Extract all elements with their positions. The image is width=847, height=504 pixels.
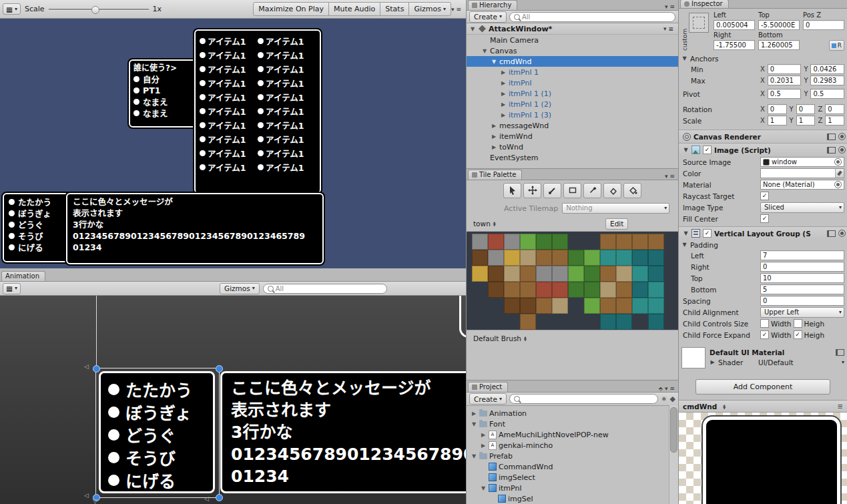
scale-x-field[interactable]: 1 <box>768 115 787 125</box>
command-option-item[interactable]: ぼうぎょ <box>108 401 213 423</box>
tile-swatch[interactable] <box>504 266 520 282</box>
tab-inspector[interactable]: Inspector <box>680 0 729 8</box>
expander-icon[interactable]: ▶ <box>491 123 497 129</box>
search-by-label-icon[interactable]: ◆ <box>670 395 675 403</box>
create-button[interactable]: Create▾ <box>469 393 507 405</box>
item-entry[interactable]: アイテム1 <box>200 147 258 160</box>
rotation-z-field[interactable]: 0 <box>825 104 844 114</box>
command-option-item[interactable]: にげる <box>108 469 213 491</box>
hierarchy-item-itmpnl-1[interactable]: ▶itmPnl 1 <box>467 67 678 77</box>
item-entry[interactable]: アイテム1 <box>200 63 258 75</box>
preview-header[interactable]: cmdWnd ▲▼ ≡ <box>679 400 847 413</box>
resize-handle-icon[interactable] <box>216 494 223 501</box>
hierarchy-item-eventsystem[interactable]: EventSystem <box>467 152 678 163</box>
scene-gizmos-dropdown[interactable]: Gizmos▾ <box>220 283 260 294</box>
component-enabled-checkbox[interactable] <box>703 229 712 238</box>
material-field[interactable]: None (Material) <box>760 180 844 190</box>
anchor-preset-button[interactable]: custom <box>681 11 711 51</box>
panel-menu[interactable]: ▾≡ <box>665 173 677 180</box>
tile-swatch[interactable] <box>552 282 568 298</box>
tile-swatch[interactable] <box>632 234 648 250</box>
command-option-item[interactable]: にげる <box>9 242 70 253</box>
panel-menu[interactable]: ▾≡ <box>665 3 677 10</box>
scale-slider[interactable] <box>49 5 149 14</box>
tile-swatch[interactable] <box>648 282 664 298</box>
foldout-arrow-icon[interactable]: ▼ <box>683 230 689 236</box>
picker-tool-button[interactable] <box>583 183 601 198</box>
expander-icon[interactable]: ▼ <box>469 26 476 32</box>
who-option-item[interactable]: なまえ <box>133 107 199 119</box>
expander-icon[interactable]: ▶ <box>491 134 497 140</box>
command-option-item[interactable]: ぼうぎょ <box>9 208 70 219</box>
help-icon[interactable] <box>827 134 836 140</box>
item-entry[interactable]: アイテム1 <box>258 133 316 146</box>
help-icon[interactable] <box>836 349 844 356</box>
tile-swatch[interactable] <box>504 282 520 298</box>
tile-swatch[interactable] <box>600 298 616 314</box>
tile-swatch[interactable] <box>568 266 584 282</box>
controls-width-checkbox[interactable] <box>760 319 769 328</box>
tile-swatch[interactable] <box>520 250 536 266</box>
add-component-button[interactable]: Add Component <box>695 379 830 395</box>
tile-swatch[interactable] <box>536 250 552 266</box>
panel-menu[interactable]: ▾≡ <box>451 6 463 13</box>
fill-tool-button[interactable] <box>623 183 641 198</box>
tile-swatch[interactable] <box>600 250 616 266</box>
padding-left-field[interactable]: 7 <box>760 250 844 260</box>
project-item-commandwnd[interactable]: CommandWnd <box>467 461 678 472</box>
material-swatch[interactable] <box>681 347 705 368</box>
bottom-field[interactable]: 1.260005 <box>758 40 800 50</box>
move-tool-button[interactable] <box>523 183 541 198</box>
expander-icon[interactable]: ▶ <box>500 69 507 75</box>
project-item-imgselect[interactable]: imgSelect <box>467 472 678 483</box>
tile-swatch[interactable] <box>616 250 632 266</box>
item-entry[interactable]: アイテム1 <box>200 161 258 174</box>
scrollbar-thumb[interactable] <box>670 407 677 453</box>
hierarchy-item-itmpnl-1-2[interactable]: ▶itmPnl 1 (2) <box>467 99 678 109</box>
tile-swatch[interactable] <box>552 234 568 250</box>
anchors-foldout[interactable]: ▼ Anchors <box>681 53 844 63</box>
tile-swatch[interactable] <box>616 314 632 330</box>
pos-top-field[interactable]: -5.50000E <box>758 20 800 30</box>
help-icon[interactable] <box>827 147 836 154</box>
hierarchy-search-field[interactable]: All <box>509 12 675 22</box>
image-type-dropdown[interactable]: Sliced <box>760 202 844 213</box>
hierarchy-item-cmdwnd[interactable]: ▼cmdWnd <box>467 56 678 67</box>
tab-animation[interactable]: Animation <box>1 271 45 281</box>
who-option-item[interactable]: 自分 <box>133 73 199 85</box>
project-item-amemuchilightnovelpop-new[interactable]: ▶AmeMuchiLightNovelPOP-new <box>467 429 678 440</box>
scene-view[interactable]: たたかうぼうぎょどうぐそうびにげる ここに色々とメッセージが表示されます3行かな… <box>0 296 466 504</box>
raycast-target-checkbox[interactable] <box>760 192 769 200</box>
edit-palette-button[interactable]: Edit <box>605 218 628 230</box>
tile-swatch[interactable] <box>520 266 536 282</box>
expander-icon[interactable]: ▼ <box>481 48 488 54</box>
tile-swatch[interactable] <box>648 298 664 314</box>
item-entry[interactable]: アイテム1 <box>200 77 258 89</box>
who-option-pt1[interactable]: PT1 <box>133 85 199 96</box>
tile-swatch[interactable] <box>584 282 600 298</box>
item-entry[interactable]: アイテム1 <box>258 77 316 89</box>
item-entry[interactable]: アイテム1 <box>258 63 316 75</box>
expander-icon[interactable]: ▼ <box>471 421 477 427</box>
scene-command-window[interactable]: たたかうぼうぎょどうぐそうびにげる <box>99 371 215 493</box>
hierarchy-item-townd[interactable]: ▶toWnd <box>467 142 678 152</box>
help-icon[interactable] <box>827 230 836 237</box>
pivot-y-field[interactable]: 0.5 <box>810 89 844 99</box>
item-entry[interactable]: アイテム1 <box>258 105 316 117</box>
tile-swatch[interactable] <box>616 298 632 314</box>
item-entry[interactable]: アイテム1 <box>200 105 258 117</box>
slider-knob[interactable] <box>91 6 99 14</box>
tile-swatch[interactable] <box>488 266 504 282</box>
search-by-type-icon[interactable]: ∗ <box>661 395 667 403</box>
hierarchy-item-canvas[interactable]: ▼Canvas <box>467 45 678 56</box>
anchor-max-y-field[interactable]: 0.2983 <box>810 75 844 85</box>
expander-icon[interactable]: ▶ <box>491 144 497 150</box>
tile-swatch[interactable] <box>616 282 632 298</box>
right-field[interactable]: -1.75500 <box>714 40 755 50</box>
drag-handle-icon[interactable]: ≡ <box>838 403 843 410</box>
expander-icon[interactable]: ▼ <box>471 453 477 459</box>
padding-top-field[interactable]: 10 <box>760 273 844 283</box>
fill-center-checkbox[interactable] <box>760 214 769 223</box>
gear-icon[interactable] <box>838 146 846 154</box>
gear-icon[interactable] <box>838 230 846 237</box>
